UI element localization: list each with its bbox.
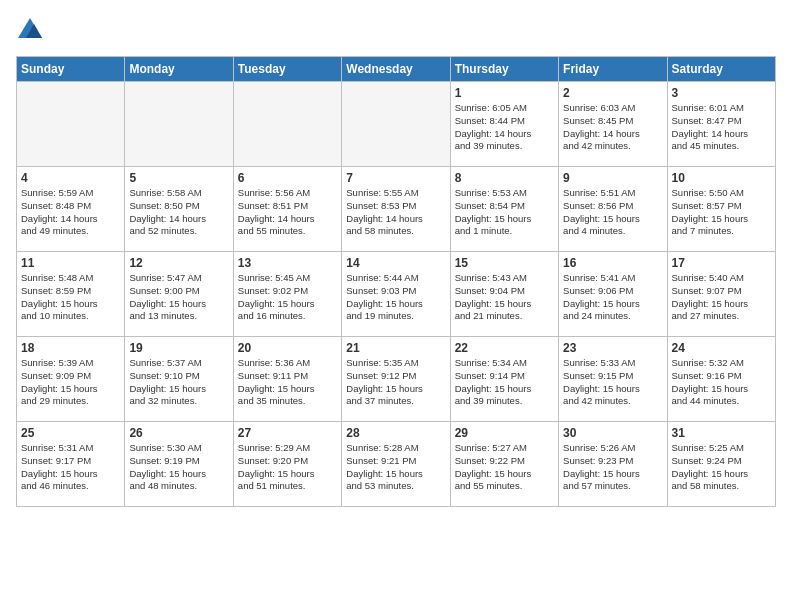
day-info: Sunrise: 5:53 AM Sunset: 8:54 PM Dayligh… [455,187,554,238]
day-number: 2 [563,86,662,100]
weekday-header-tuesday: Tuesday [233,57,341,82]
day-number: 13 [238,256,337,270]
day-info: Sunrise: 5:37 AM Sunset: 9:10 PM Dayligh… [129,357,228,408]
day-number: 19 [129,341,228,355]
day-info: Sunrise: 5:35 AM Sunset: 9:12 PM Dayligh… [346,357,445,408]
logo [16,16,48,44]
day-number: 31 [672,426,771,440]
calendar-week-2: 4Sunrise: 5:59 AM Sunset: 8:48 PM Daylig… [17,167,776,252]
day-info: Sunrise: 5:41 AM Sunset: 9:06 PM Dayligh… [563,272,662,323]
day-number: 5 [129,171,228,185]
calendar-cell: 15Sunrise: 5:43 AM Sunset: 9:04 PM Dayli… [450,252,558,337]
day-info: Sunrise: 5:39 AM Sunset: 9:09 PM Dayligh… [21,357,120,408]
calendar-cell: 17Sunrise: 5:40 AM Sunset: 9:07 PM Dayli… [667,252,775,337]
day-number: 3 [672,86,771,100]
calendar-cell: 28Sunrise: 5:28 AM Sunset: 9:21 PM Dayli… [342,422,450,507]
calendar-week-5: 25Sunrise: 5:31 AM Sunset: 9:17 PM Dayli… [17,422,776,507]
day-info: Sunrise: 5:48 AM Sunset: 8:59 PM Dayligh… [21,272,120,323]
calendar-cell: 12Sunrise: 5:47 AM Sunset: 9:00 PM Dayli… [125,252,233,337]
day-info: Sunrise: 5:27 AM Sunset: 9:22 PM Dayligh… [455,442,554,493]
day-info: Sunrise: 5:45 AM Sunset: 9:02 PM Dayligh… [238,272,337,323]
calendar-cell: 13Sunrise: 5:45 AM Sunset: 9:02 PM Dayli… [233,252,341,337]
day-info: Sunrise: 5:32 AM Sunset: 9:16 PM Dayligh… [672,357,771,408]
calendar-cell: 8Sunrise: 5:53 AM Sunset: 8:54 PM Daylig… [450,167,558,252]
weekday-header-saturday: Saturday [667,57,775,82]
calendar-week-4: 18Sunrise: 5:39 AM Sunset: 9:09 PM Dayli… [17,337,776,422]
calendar-week-3: 11Sunrise: 5:48 AM Sunset: 8:59 PM Dayli… [17,252,776,337]
calendar-cell [233,82,341,167]
day-info: Sunrise: 5:26 AM Sunset: 9:23 PM Dayligh… [563,442,662,493]
calendar-cell: 31Sunrise: 5:25 AM Sunset: 9:24 PM Dayli… [667,422,775,507]
weekday-header-row: SundayMondayTuesdayWednesdayThursdayFrid… [17,57,776,82]
calendar-cell: 2Sunrise: 6:03 AM Sunset: 8:45 PM Daylig… [559,82,667,167]
calendar-cell: 22Sunrise: 5:34 AM Sunset: 9:14 PM Dayli… [450,337,558,422]
day-info: Sunrise: 5:28 AM Sunset: 9:21 PM Dayligh… [346,442,445,493]
day-info: Sunrise: 5:25 AM Sunset: 9:24 PM Dayligh… [672,442,771,493]
day-info: Sunrise: 5:30 AM Sunset: 9:19 PM Dayligh… [129,442,228,493]
calendar-cell: 9Sunrise: 5:51 AM Sunset: 8:56 PM Daylig… [559,167,667,252]
calendar-cell [342,82,450,167]
weekday-header-monday: Monday [125,57,233,82]
day-number: 1 [455,86,554,100]
calendar-cell: 16Sunrise: 5:41 AM Sunset: 9:06 PM Dayli… [559,252,667,337]
calendar-cell: 21Sunrise: 5:35 AM Sunset: 9:12 PM Dayli… [342,337,450,422]
day-number: 18 [21,341,120,355]
day-info: Sunrise: 5:55 AM Sunset: 8:53 PM Dayligh… [346,187,445,238]
day-info: Sunrise: 5:34 AM Sunset: 9:14 PM Dayligh… [455,357,554,408]
calendar-cell: 29Sunrise: 5:27 AM Sunset: 9:22 PM Dayli… [450,422,558,507]
calendar-cell: 30Sunrise: 5:26 AM Sunset: 9:23 PM Dayli… [559,422,667,507]
day-number: 10 [672,171,771,185]
calendar-cell: 19Sunrise: 5:37 AM Sunset: 9:10 PM Dayli… [125,337,233,422]
calendar-table: SundayMondayTuesdayWednesdayThursdayFrid… [16,56,776,507]
day-info: Sunrise: 5:29 AM Sunset: 9:20 PM Dayligh… [238,442,337,493]
calendar-cell: 4Sunrise: 5:59 AM Sunset: 8:48 PM Daylig… [17,167,125,252]
day-number: 8 [455,171,554,185]
calendar-cell: 10Sunrise: 5:50 AM Sunset: 8:57 PM Dayli… [667,167,775,252]
page-header [16,16,776,44]
day-number: 6 [238,171,337,185]
day-info: Sunrise: 5:56 AM Sunset: 8:51 PM Dayligh… [238,187,337,238]
day-number: 20 [238,341,337,355]
day-number: 16 [563,256,662,270]
day-info: Sunrise: 5:44 AM Sunset: 9:03 PM Dayligh… [346,272,445,323]
calendar-week-1: 1Sunrise: 6:05 AM Sunset: 8:44 PM Daylig… [17,82,776,167]
calendar-cell: 11Sunrise: 5:48 AM Sunset: 8:59 PM Dayli… [17,252,125,337]
day-info: Sunrise: 5:50 AM Sunset: 8:57 PM Dayligh… [672,187,771,238]
calendar-cell: 23Sunrise: 5:33 AM Sunset: 9:15 PM Dayli… [559,337,667,422]
day-number: 23 [563,341,662,355]
day-number: 21 [346,341,445,355]
calendar-cell: 18Sunrise: 5:39 AM Sunset: 9:09 PM Dayli… [17,337,125,422]
day-number: 11 [21,256,120,270]
calendar-cell: 25Sunrise: 5:31 AM Sunset: 9:17 PM Dayli… [17,422,125,507]
day-number: 24 [672,341,771,355]
logo-icon [16,16,44,44]
day-number: 30 [563,426,662,440]
day-info: Sunrise: 5:36 AM Sunset: 9:11 PM Dayligh… [238,357,337,408]
day-number: 15 [455,256,554,270]
day-number: 9 [563,171,662,185]
day-info: Sunrise: 5:33 AM Sunset: 9:15 PM Dayligh… [563,357,662,408]
day-number: 7 [346,171,445,185]
calendar-cell [125,82,233,167]
day-number: 14 [346,256,445,270]
day-info: Sunrise: 5:58 AM Sunset: 8:50 PM Dayligh… [129,187,228,238]
day-number: 4 [21,171,120,185]
weekday-header-wednesday: Wednesday [342,57,450,82]
day-info: Sunrise: 5:40 AM Sunset: 9:07 PM Dayligh… [672,272,771,323]
day-info: Sunrise: 5:59 AM Sunset: 8:48 PM Dayligh… [21,187,120,238]
day-info: Sunrise: 5:31 AM Sunset: 9:17 PM Dayligh… [21,442,120,493]
day-info: Sunrise: 5:43 AM Sunset: 9:04 PM Dayligh… [455,272,554,323]
day-number: 29 [455,426,554,440]
weekday-header-friday: Friday [559,57,667,82]
day-number: 25 [21,426,120,440]
calendar-cell: 1Sunrise: 6:05 AM Sunset: 8:44 PM Daylig… [450,82,558,167]
calendar-cell: 24Sunrise: 5:32 AM Sunset: 9:16 PM Dayli… [667,337,775,422]
calendar-cell [17,82,125,167]
day-number: 22 [455,341,554,355]
calendar-cell: 5Sunrise: 5:58 AM Sunset: 8:50 PM Daylig… [125,167,233,252]
day-number: 17 [672,256,771,270]
day-number: 28 [346,426,445,440]
calendar-cell: 3Sunrise: 6:01 AM Sunset: 8:47 PM Daylig… [667,82,775,167]
calendar-cell: 6Sunrise: 5:56 AM Sunset: 8:51 PM Daylig… [233,167,341,252]
calendar-cell: 7Sunrise: 5:55 AM Sunset: 8:53 PM Daylig… [342,167,450,252]
